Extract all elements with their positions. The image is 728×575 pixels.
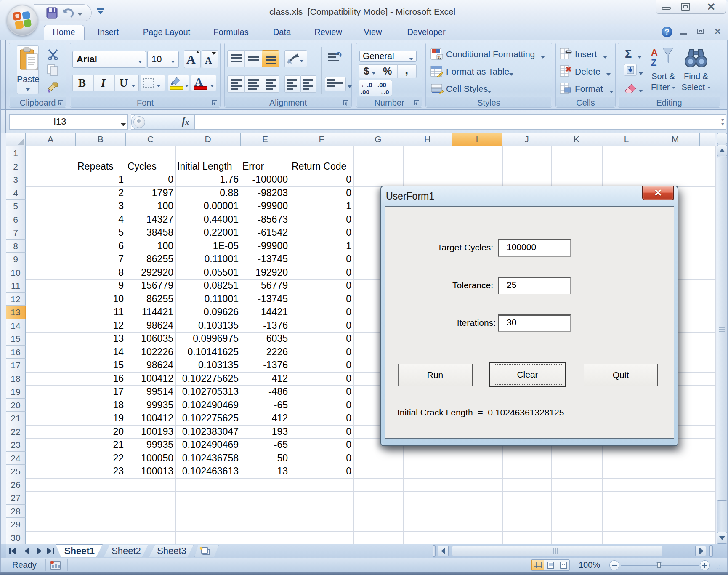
- svg-text:Z: Z: [651, 57, 656, 68]
- svg-text:35: 35: [437, 55, 441, 59]
- svg-text:A: A: [651, 47, 658, 58]
